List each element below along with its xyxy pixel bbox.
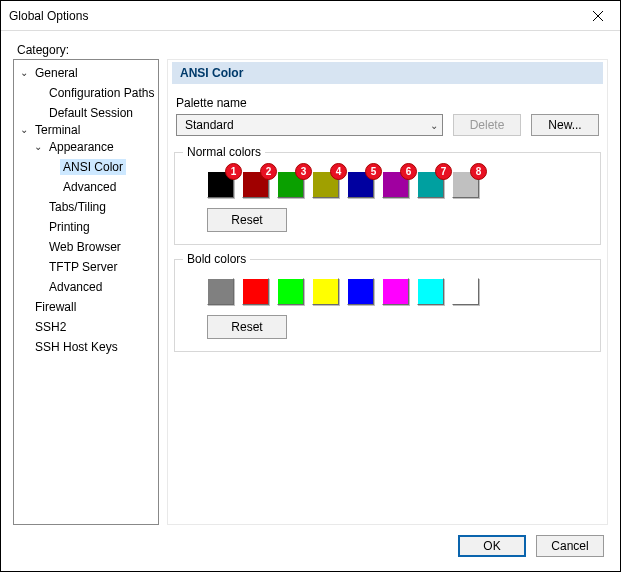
bold-color-swatch-7[interactable] — [417, 278, 444, 305]
normal-color-swatch-4[interactable]: 4 — [312, 171, 339, 198]
tree-item-advanced-2[interactable]: Advanced — [32, 279, 105, 295]
ok-button[interactable]: OK — [458, 535, 526, 557]
palette-select[interactable]: Standard ⌄ — [176, 114, 443, 136]
bold-color-swatch-3[interactable] — [277, 278, 304, 305]
tree-item-general[interactable]: ⌄ General — [18, 65, 81, 81]
badge-icon: 8 — [470, 163, 487, 180]
chevron-down-icon: ⌄ — [430, 120, 438, 131]
tree-item-advanced[interactable]: Advanced — [46, 179, 119, 195]
chevron-down-icon: ⌄ — [32, 139, 44, 155]
tree-item-ssh-host-keys[interactable]: SSH Host Keys — [18, 339, 121, 355]
dialog-footer: OK Cancel — [13, 527, 608, 565]
badge-icon: 4 — [330, 163, 347, 180]
new-button[interactable]: New... — [531, 114, 599, 136]
bold-color-swatch-1[interactable] — [207, 278, 234, 305]
body-row: ⌄ General Configuration Paths Default Se… — [13, 59, 608, 527]
category-label: Category: — [17, 43, 608, 57]
tree-item-appearance[interactable]: ⌄ Appearance — [32, 139, 117, 155]
tree-item-ssh2[interactable]: SSH2 — [18, 319, 69, 335]
normal-color-swatch-2[interactable]: 2 — [242, 171, 269, 198]
cancel-button[interactable]: Cancel — [536, 535, 604, 557]
titlebar: Global Options — [1, 1, 620, 31]
tree-item-default-session[interactable]: Default Session — [32, 105, 136, 121]
tree-item-web-browser[interactable]: Web Browser — [32, 239, 124, 255]
reset-bold-button[interactable]: Reset — [207, 315, 287, 339]
bold-color-swatch-6[interactable] — [382, 278, 409, 305]
tree-item-printing[interactable]: Printing — [32, 219, 93, 235]
tree-item-ansi-color[interactable]: ANSI Color — [46, 159, 126, 175]
tree-item-configuration-paths[interactable]: Configuration Paths — [32, 85, 157, 101]
palette-row: Standard ⌄ Delete New... — [176, 114, 599, 136]
badge-icon: 1 — [225, 163, 242, 180]
normal-color-swatch-8[interactable]: 8 — [452, 171, 479, 198]
normal-color-swatch-3[interactable]: 3 — [277, 171, 304, 198]
delete-button: Delete — [453, 114, 521, 136]
close-button[interactable] — [576, 1, 620, 31]
tree-item-firewall[interactable]: Firewall — [18, 299, 79, 315]
badge-icon: 7 — [435, 163, 452, 180]
bold-colors-group: Bold colors Reset — [174, 259, 601, 352]
content-area: Category: ⌄ General Configuration Paths … — [1, 31, 620, 571]
tree-item-tftp-server[interactable]: TFTP Server — [32, 259, 120, 275]
panel-title: ANSI Color — [172, 62, 603, 84]
window-title: Global Options — [9, 9, 88, 23]
normal-color-swatch-6[interactable]: 6 — [382, 171, 409, 198]
close-icon — [593, 11, 603, 21]
normal-swatches: 12345678 — [207, 171, 590, 198]
tree-item-tabs-tiling[interactable]: Tabs/Tiling — [32, 199, 109, 215]
tree-item-terminal[interactable]: ⌄ Terminal — [18, 122, 83, 138]
normal-color-swatch-7[interactable]: 7 — [417, 171, 444, 198]
badge-icon: 3 — [295, 163, 312, 180]
normal-color-swatch-1[interactable]: 1 — [207, 171, 234, 198]
badge-icon: 2 — [260, 163, 277, 180]
palette-select-value: Standard — [185, 118, 234, 132]
bold-colors-legend: Bold colors — [183, 252, 250, 266]
normal-colors-legend: Normal colors — [183, 145, 265, 159]
chevron-down-icon: ⌄ — [18, 122, 30, 138]
normal-color-swatch-5[interactable]: 5 — [347, 171, 374, 198]
dialog-window: Global Options Category: ⌄ General — [0, 0, 621, 572]
bold-color-swatch-4[interactable] — [312, 278, 339, 305]
reset-normal-button[interactable]: Reset — [207, 208, 287, 232]
chevron-down-icon: ⌄ — [18, 65, 30, 81]
palette-name-label: Palette name — [176, 96, 601, 110]
category-tree[interactable]: ⌄ General Configuration Paths Default Se… — [13, 59, 159, 525]
settings-panel: ANSI Color Palette name Standard ⌄ Delet… — [167, 59, 608, 525]
badge-icon: 5 — [365, 163, 382, 180]
bold-swatches — [207, 278, 590, 305]
bold-color-swatch-5[interactable] — [347, 278, 374, 305]
badge-icon: 6 — [400, 163, 417, 180]
bold-color-swatch-2[interactable] — [242, 278, 269, 305]
normal-colors-group: Normal colors 12345678 Reset — [174, 152, 601, 245]
bold-color-swatch-8[interactable] — [452, 278, 479, 305]
